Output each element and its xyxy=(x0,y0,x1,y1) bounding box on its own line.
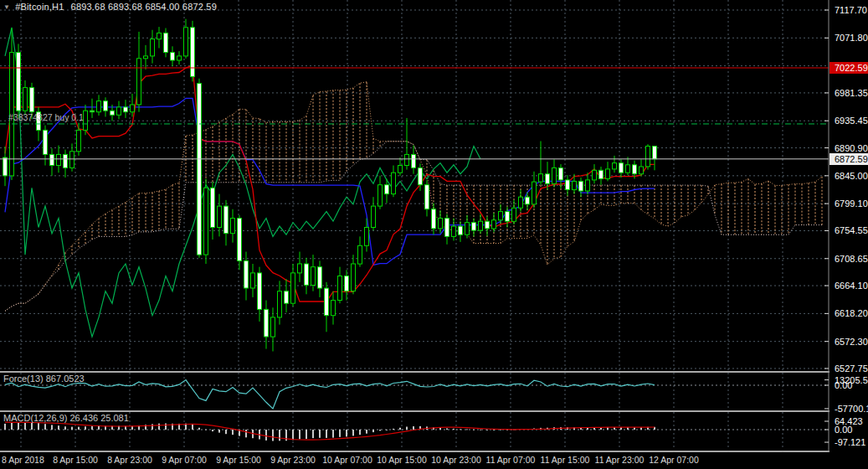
macd-indicator-label: MACD(12,26,9) 26.436 25.081 xyxy=(3,413,129,423)
price-tick-label: 6845.00 xyxy=(835,171,868,181)
price-tick-label: 6981.35 xyxy=(835,88,868,98)
time-tick-label: 10 Apr 23:00 xyxy=(429,455,484,465)
price-tick-label: 6708.65 xyxy=(835,254,868,264)
bid-price-label: 6872.59 xyxy=(829,153,868,165)
chart-title: ▼#Bitcoin,H16893.68 6893.68 6854.00 6872… xyxy=(3,2,217,12)
price-tick-label: 7071.80 xyxy=(835,33,868,43)
chart-canvas[interactable] xyxy=(0,0,868,469)
ohlc-readout: 6893.68 6893.68 6854.00 6872.59 xyxy=(71,2,217,12)
time-tick-label: 9 Apr 23:00 xyxy=(265,455,321,465)
force-indicator-label: Force(13) 867.0523 xyxy=(3,374,85,384)
alert-price-label: 7022.59 xyxy=(829,62,868,74)
price-tick-label: 6664.10 xyxy=(835,281,868,291)
chikou-span-line xyxy=(5,28,480,337)
macd-indicator xyxy=(0,422,829,441)
price-tick-label: 7117.70 xyxy=(835,5,867,15)
time-tick-label: 11 Apr 23:00 xyxy=(592,455,647,465)
mt4-chart-window: ▼#Bitcoin,H16893.68 6893.68 6854.00 6872… xyxy=(0,0,868,469)
macd-tick-label: 0.00 xyxy=(835,425,852,435)
tenkan-sen-line xyxy=(5,65,655,302)
price-tick-label: 6754.55 xyxy=(835,225,868,235)
price-tick-label: 6572.30 xyxy=(835,337,868,347)
time-tick-label: 10 Apr 07:00 xyxy=(320,455,375,465)
force-tick-label: 0.00 xyxy=(835,380,852,390)
time-tick-label: 8 Apr 15:00 xyxy=(48,455,103,465)
time-tick-label: 9 Apr 07:00 xyxy=(157,455,212,465)
force-tick-label: -57700.10 xyxy=(835,404,868,414)
price-axis[interactable]: 7117.707071.806981.356935.456890.906845.… xyxy=(829,0,868,469)
price-tick-label: 6799.10 xyxy=(835,198,868,209)
time-tick-label: 12 Apr 07:00 xyxy=(646,455,701,465)
symbol-label: #Bitcoin,H1 xyxy=(15,2,64,12)
force-indicator xyxy=(0,380,829,409)
macd-tick-label: -97.121 xyxy=(835,437,865,447)
time-tick-label: 11 Apr 07:00 xyxy=(483,455,538,465)
trade-annotation[interactable]: #38374327 buy 0.1 xyxy=(8,112,84,122)
time-tick-label: 10 Apr 15:00 xyxy=(374,455,429,465)
kijun-sen-line xyxy=(5,98,655,265)
price-tick-label: 6935.45 xyxy=(835,116,868,126)
time-tick-label: 8 Apr 2018 xyxy=(2,455,44,465)
price-tick-label: 6618.20 xyxy=(835,308,868,318)
price-tick-label: 6890.90 xyxy=(835,143,868,153)
time-tick-label: 8 Apr 23:00 xyxy=(102,455,157,465)
ichimoku-cloud xyxy=(5,82,822,312)
time-tick-label: 11 Apr 15:00 xyxy=(537,455,593,465)
chart-menu-icon[interactable]: ▼ xyxy=(3,3,10,11)
price-tick-label: 6527.75 xyxy=(835,363,868,374)
time-tick-label: 9 Apr 15:00 xyxy=(211,455,266,465)
time-axis[interactable]: 8 Apr 20188 Apr 15:008 Apr 23:009 Apr 07… xyxy=(0,452,868,469)
